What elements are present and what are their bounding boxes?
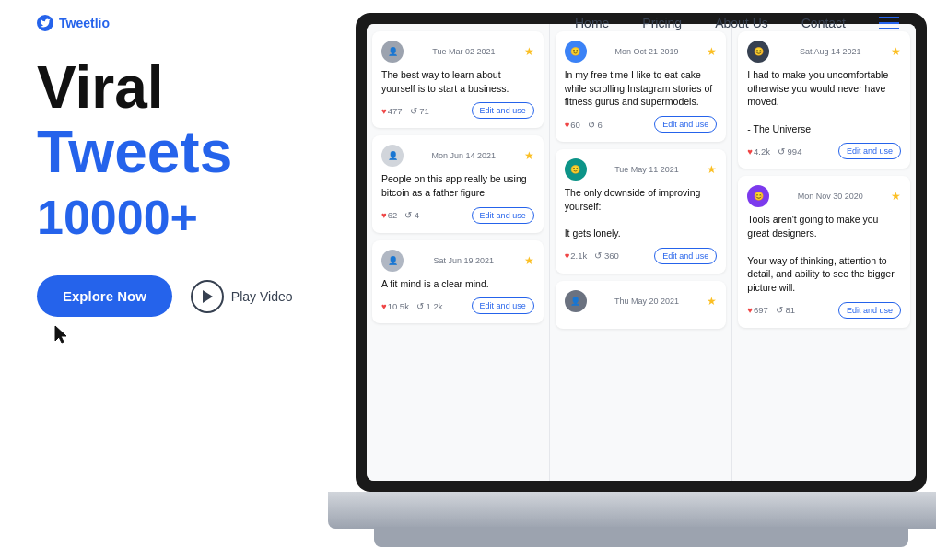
tweet-avatar: 👤 [381, 145, 404, 167]
laptop-mockup: 👤 Tue Mar 02 2021 ★ The best way to lear… [328, 13, 936, 547]
tweet-text: Tools aren't going to make you great des… [747, 213, 901, 294]
nav-home[interactable]: Home [575, 16, 609, 30]
hero-count: 10000+ [37, 189, 322, 246]
explore-button[interactable]: Explore Now [37, 275, 172, 317]
tweet-stats: ♥477 ↺ 71 [381, 106, 429, 116]
star-icon: ★ [524, 45, 534, 58]
main-nav: Home Pricing About Us Contact [575, 16, 899, 30]
hamburger-line2 [879, 22, 899, 24]
tweet-date: Mon Oct 21 2019 [587, 47, 708, 56]
tweet-date: Tue May 11 2021 [587, 165, 708, 174]
tweet-avatar: 👤 [381, 250, 404, 272]
tweet-col-3: 😊 Sat Aug 14 2021 ★ I had to make you un… [732, 24, 916, 481]
edit-use-button[interactable]: Edit and use [654, 248, 717, 264]
hero-title-line1: Viral [37, 55, 322, 120]
edit-use-button[interactable]: Edit and use [838, 302, 901, 319]
edit-use-button[interactable]: Edit and use [654, 116, 717, 133]
play-circle-icon [191, 280, 224, 313]
hero-section: Viral Tweets 10000+ Explore Now Play Vid… [37, 55, 322, 350]
hamburger-line1 [879, 17, 899, 18]
tweet-date: Sat Aug 14 2021 [769, 47, 891, 56]
logo: Tweetlio [37, 15, 110, 31]
tweet-card: 👤 Sat Jun 19 2021 ★ A fit mind is a clea… [372, 240, 544, 324]
laptop-base [328, 492, 936, 529]
hero-title-line2: Tweets [37, 120, 322, 184]
tweet-text: I had to make you uncomfortable otherwis… [747, 68, 901, 135]
tweet-date: Mon Nov 30 2020 [769, 192, 891, 201]
nav-contact[interactable]: Contact [801, 16, 846, 30]
tweet-card: 🙂 Tue May 11 2021 ★ The only downside of… [556, 149, 727, 274]
star-icon: ★ [524, 254, 534, 267]
nav-about[interactable]: About Us [715, 16, 768, 30]
tweet-card: 😊 Mon Nov 30 2020 ★ Tools aren't going t… [738, 176, 910, 327]
edit-use-button[interactable]: Edit and use [472, 298, 534, 314]
tweet-col-1: 👤 Tue Mar 02 2021 ★ The best way to lear… [367, 24, 550, 481]
play-video-button[interactable]: Play Video [191, 280, 293, 313]
tweet-col-2: 🙂 Mon Oct 21 2019 ★ In my free time I li… [550, 24, 733, 481]
tweet-text: People on this app really be using bitco… [381, 172, 534, 199]
edit-use-button[interactable]: Edit and use [472, 207, 534, 224]
edit-use-button[interactable]: Edit and use [472, 102, 534, 119]
logo-icon [37, 15, 53, 31]
tweet-card: 👤 Thu May 20 2021 ★ [556, 281, 727, 329]
tweet-text: The only downside of improving yourself:… [565, 186, 718, 240]
star-icon: ★ [707, 163, 717, 176]
tweet-grid: 👤 Tue Mar 02 2021 ★ The best way to lear… [367, 24, 916, 481]
hamburger-menu[interactable] [879, 17, 899, 29]
play-triangle-icon [203, 290, 213, 303]
cursor-icon [52, 324, 322, 350]
tweet-text: A fit mind is a clear mind. [381, 277, 534, 291]
tweet-avatar: 👤 [565, 290, 587, 312]
tweet-date: Tue Mar 02 2021 [404, 47, 524, 56]
star-icon: ★ [707, 295, 717, 308]
tweet-text: The best way to learn about yourself is … [381, 68, 534, 95]
header: Tweetlio Home Pricing About Us Contact [0, 0, 936, 46]
tweet-date: Mon Jun 14 2021 [404, 151, 524, 160]
hamburger-line3 [879, 28, 899, 29]
tweet-stats: ♥4.2k ↺ 994 [747, 146, 801, 157]
tweet-stats: ♥2.1k ↺ 360 [565, 251, 619, 261]
star-icon: ★ [707, 45, 717, 58]
tweet-card: 😊 Sat Aug 14 2021 ★ I had to make you un… [738, 31, 910, 169]
star-icon: ★ [524, 149, 534, 162]
play-video-label: Play Video [231, 289, 293, 304]
tweet-stats: ♥62 ↺ 4 [381, 210, 419, 220]
tweet-stats: ♥10.5k ↺ 1.2k [381, 301, 443, 311]
tweet-card: 🙂 Mon Oct 21 2019 ★ In my free time I li… [556, 31, 727, 142]
tweet-stats: ♥60 ↺ 6 [565, 120, 603, 130]
star-icon: ★ [891, 45, 901, 58]
logo-text: Tweetlio [59, 16, 110, 30]
hero-actions: Explore Now Play Video [37, 275, 322, 317]
nav-pricing[interactable]: Pricing [642, 16, 682, 30]
laptop-screen: 👤 Tue Mar 02 2021 ★ The best way to lear… [356, 13, 927, 492]
laptop-foot [374, 527, 908, 547]
tweet-avatar: 😊 [747, 185, 769, 207]
tweet-date: Thu May 20 2021 [587, 297, 708, 306]
tweet-avatar: 🙂 [565, 158, 587, 181]
tweet-card: 👤 Mon Jun 14 2021 ★ People on this app r… [372, 135, 544, 232]
tweet-date: Sat Jun 19 2021 [404, 256, 524, 265]
star-icon: ★ [891, 190, 901, 203]
tweet-text: In my free time I like to eat cake while… [565, 68, 718, 109]
edit-use-button[interactable]: Edit and use [838, 143, 901, 159]
tweet-stats: ♥697 ↺ 81 [747, 305, 795, 315]
